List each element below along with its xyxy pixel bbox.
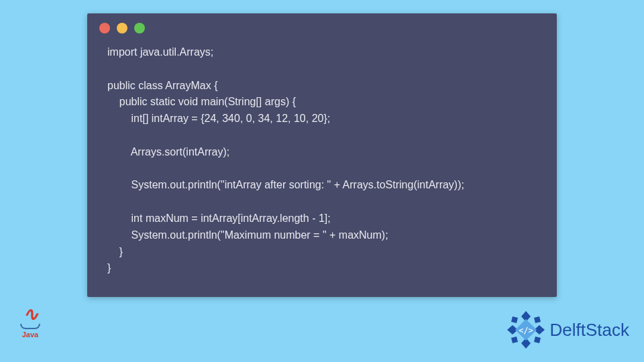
- maximize-icon[interactable]: [134, 23, 145, 34]
- delftstack-icon: </>: [506, 310, 546, 350]
- svg-marker-6: [511, 337, 518, 343]
- java-cup-icon: [20, 324, 40, 329]
- close-icon[interactable]: [99, 23, 110, 34]
- svg-marker-4: [511, 316, 518, 323]
- java-logo-label: Java: [22, 330, 38, 339]
- code-content: import java.util.Arrays; public class Ar…: [87, 40, 557, 284]
- window-titlebar: [87, 13, 557, 40]
- svg-marker-5: [534, 316, 541, 323]
- delftstack-label: DelftStack: [550, 320, 630, 341]
- delftstack-logo: </> DelftStack: [506, 310, 630, 350]
- code-window: import java.util.Arrays; public class Ar…: [87, 13, 557, 297]
- minimize-icon[interactable]: [117, 23, 127, 34]
- svg-text:</>: </>: [519, 326, 533, 335]
- java-steam-icon: ∿: [23, 306, 38, 322]
- svg-marker-7: [534, 337, 541, 343]
- java-logo: ∿ Java: [13, 306, 47, 353]
